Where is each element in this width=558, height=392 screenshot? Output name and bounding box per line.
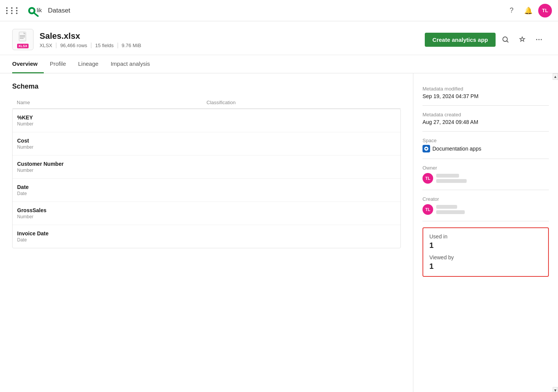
creator-section: Creator TL	[422, 190, 549, 221]
field-type: Number	[17, 121, 396, 127]
table-row: GrossSales Number	[13, 202, 400, 225]
app-grid-button[interactable]	[6, 7, 20, 14]
grid-dot	[6, 7, 8, 9]
table-row: Cost Number	[13, 132, 400, 156]
tab-lineage[interactable]: Lineage	[72, 55, 104, 73]
file-type-badge: XLSX	[17, 44, 29, 48]
svg-rect-6	[20, 37, 25, 37]
schema-col-name-header: Name	[17, 100, 207, 105]
qlik-logo[interactable]: lik	[25, 5, 43, 17]
viewed-by-value: 1	[429, 262, 542, 271]
user-avatar[interactable]: TL	[538, 4, 552, 17]
svg-rect-7	[20, 38, 24, 39]
metadata-panel-wrapper: ▲ Metadata modified Sep 19, 2024 04:37 P…	[413, 73, 558, 392]
metadata-modified-value: Sep 19, 2024 04:37 PM	[422, 93, 549, 99]
stats-box: Used in 1 Viewed by 1	[422, 227, 549, 277]
creator-name-blur	[436, 205, 457, 209]
field-name: Cost	[17, 138, 396, 144]
metadata-created-section: Metadata created Aug 27, 2024 09:48 AM	[422, 106, 549, 132]
creator-avatar: TL	[422, 204, 433, 215]
field-type: Date	[17, 191, 396, 196]
metadata-created-label: Metadata created	[422, 112, 549, 117]
grid-dot	[11, 10, 13, 11]
tab-profile[interactable]: Profile	[44, 55, 72, 73]
used-in-label: Used in	[429, 233, 542, 240]
svg-line-2	[35, 13, 38, 16]
space-label: Space	[422, 138, 549, 143]
metadata-modified-section: Metadata modified Sep 19, 2024 04:37 PM	[422, 80, 549, 106]
dataset-name: Sales.xlsx	[40, 31, 425, 41]
creator-details-blur	[436, 210, 465, 214]
schema-col-classification-header: Classification	[207, 100, 397, 105]
nav-icons: ? 🔔 TL	[505, 4, 552, 17]
tab-overview[interactable]: Overview	[12, 55, 44, 73]
table-row: Invoice Date Date	[13, 225, 400, 248]
dataset-filetype: XLSX	[40, 43, 56, 48]
create-analytics-app-button[interactable]: Create analytics app	[425, 33, 496, 47]
help-button[interactable]: ?	[505, 4, 518, 17]
creator-label: Creator	[422, 196, 549, 202]
scroll-up-button[interactable]: ▲	[553, 73, 558, 80]
space-icon	[422, 145, 430, 152]
dataset-meta: XLSX 96,466 rows 15 fields 9.76 MiB	[40, 43, 425, 48]
owner-row: TL	[422, 173, 549, 184]
dataset-actions: Create analytics app	[425, 33, 546, 47]
tab-impact-analysis[interactable]: Impact analysis	[105, 55, 156, 73]
table-row: Customer Number Number	[13, 156, 400, 179]
owner-label: Owner	[422, 165, 549, 171]
table-row: %KEY Number	[13, 109, 400, 132]
owner-section: Owner TL	[422, 159, 549, 190]
field-name: Customer Number	[17, 161, 396, 167]
field-type: Date	[17, 237, 396, 243]
favorite-button[interactable]	[515, 33, 529, 46]
svg-rect-5	[20, 35, 25, 36]
grid-dot	[16, 13, 18, 14]
grid-dot	[16, 10, 18, 11]
grid-dot	[6, 10, 8, 11]
field-type: Number	[17, 168, 396, 173]
dataset-fields: 15 fields	[91, 43, 118, 48]
topnav: lik Dataset ? 🔔 TL	[0, 0, 558, 21]
field-name: Invoice Date	[17, 230, 396, 236]
dataset-rows: 96,466 rows	[56, 43, 91, 48]
grid-dot	[6, 13, 8, 14]
creator-row: TL	[422, 204, 549, 215]
grid-dot	[11, 7, 13, 9]
field-type: Number	[17, 214, 396, 219]
owner-details-blur	[436, 179, 467, 183]
field-name: %KEY	[17, 114, 396, 121]
schema-title: Schema	[12, 83, 401, 90]
svg-line-9	[507, 41, 509, 43]
dataset-header: XLSX Sales.xlsx XLSX 96,466 rows 15 fiel…	[0, 21, 558, 55]
schema-panel: Schema Name Classification %KEY Number C…	[0, 73, 413, 392]
svg-point-1	[30, 9, 34, 13]
space-name: Documentation apps	[432, 146, 481, 152]
space-badge: Documentation apps	[422, 145, 549, 152]
scroll-down-button[interactable]: ▼	[553, 387, 558, 392]
viewed-by-label: Viewed by	[429, 254, 542, 260]
svg-text:lik: lik	[37, 7, 42, 13]
search-button[interactable]	[499, 33, 512, 46]
used-in-value: 1	[429, 241, 542, 250]
grid-dot	[11, 13, 13, 14]
notifications-button[interactable]: 🔔	[521, 4, 535, 17]
schema-rows: %KEY Number Cost Number Customer Number …	[12, 109, 401, 248]
metadata-panel: Metadata modified Sep 19, 2024 04:37 PM …	[413, 80, 558, 286]
grid-dot	[16, 7, 18, 9]
field-name: GrossSales	[17, 207, 396, 213]
svg-point-10	[536, 39, 537, 40]
svg-point-12	[541, 39, 542, 40]
metadata-created-value: Aug 27, 2024 09:48 AM	[422, 119, 549, 125]
main-layout: Schema Name Classification %KEY Number C…	[0, 73, 558, 392]
more-options-button[interactable]	[532, 33, 546, 46]
page-title: Dataset	[48, 7, 70, 14]
field-type: Number	[17, 144, 396, 150]
space-section: Space Documentation apps	[422, 132, 549, 159]
file-icon: XLSX	[12, 29, 33, 50]
schema-table-header: Name Classification	[12, 97, 401, 109]
svg-point-11	[539, 39, 540, 40]
dataset-size: 9.76 MiB	[118, 43, 145, 48]
owner-name-blur	[436, 174, 459, 178]
tabs-bar: Overview Profile Lineage Impact analysis	[0, 55, 558, 73]
metadata-modified-label: Metadata modified	[422, 86, 549, 92]
